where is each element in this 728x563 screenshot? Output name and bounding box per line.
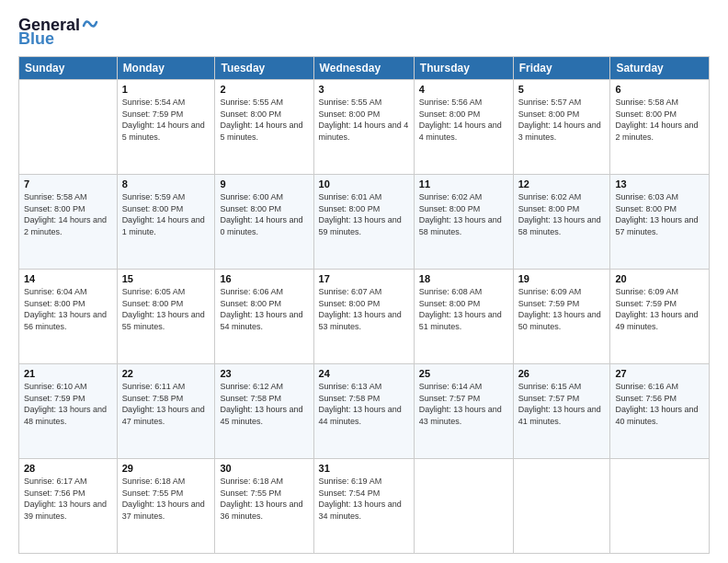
day-cell: 16Sunrise: 6:06 AMSunset: 8:00 PMDayligh… [215, 270, 313, 364]
day-cell: 31Sunrise: 6:19 AMSunset: 7:54 PMDayligh… [313, 459, 414, 554]
logo: General Blue [18, 15, 98, 49]
day-cell [610, 459, 710, 554]
weekday-header-thursday: Thursday [414, 57, 513, 80]
day-cell: 13Sunrise: 6:03 AMSunset: 8:00 PMDayligh… [610, 175, 710, 270]
day-number: 28 [24, 463, 112, 474]
day-cell: 9Sunrise: 6:00 AMSunset: 8:00 PMDaylight… [215, 175, 313, 270]
day-info: Sunrise: 6:11 AMSunset: 7:58 PMDaylight:… [122, 381, 210, 427]
day-info: Sunrise: 6:09 AMSunset: 7:59 PMDaylight:… [615, 286, 704, 332]
day-number: 22 [122, 368, 210, 379]
day-cell: 6Sunrise: 5:58 AMSunset: 8:00 PMDaylight… [610, 80, 710, 175]
day-cell: 29Sunrise: 6:18 AMSunset: 7:55 PMDayligh… [117, 459, 215, 554]
day-cell: 25Sunrise: 6:14 AMSunset: 7:57 PMDayligh… [414, 364, 513, 459]
day-number: 4 [419, 84, 508, 95]
day-cell: 23Sunrise: 6:12 AMSunset: 7:58 PMDayligh… [215, 364, 313, 459]
day-number: 26 [518, 368, 606, 379]
day-number: 27 [615, 368, 704, 379]
day-number: 14 [24, 273, 112, 284]
day-info: Sunrise: 5:56 AMSunset: 8:00 PMDaylight:… [419, 97, 508, 143]
day-info: Sunrise: 6:07 AMSunset: 8:00 PMDaylight:… [319, 286, 409, 332]
day-cell [414, 459, 513, 554]
calendar-table: SundayMondayTuesdayWednesdayThursdayFrid… [18, 56, 710, 554]
weekday-header-friday: Friday [513, 57, 610, 80]
week-row-4: 21Sunrise: 6:10 AMSunset: 7:59 PMDayligh… [19, 364, 710, 459]
header: General Blue [18, 15, 710, 49]
day-info: Sunrise: 6:18 AMSunset: 7:55 PMDaylight:… [220, 476, 308, 522]
day-cell: 27Sunrise: 6:16 AMSunset: 7:56 PMDayligh… [610, 364, 710, 459]
day-cell: 5Sunrise: 5:57 AMSunset: 8:00 PMDaylight… [513, 80, 610, 175]
day-cell: 15Sunrise: 6:05 AMSunset: 8:00 PMDayligh… [117, 270, 215, 364]
day-number: 12 [518, 178, 606, 190]
day-cell: 10Sunrise: 6:01 AMSunset: 8:00 PMDayligh… [313, 175, 414, 270]
day-cell: 26Sunrise: 6:15 AMSunset: 7:57 PMDayligh… [513, 364, 610, 459]
day-cell: 22Sunrise: 6:11 AMSunset: 7:58 PMDayligh… [117, 364, 215, 459]
day-number: 25 [419, 368, 508, 379]
day-cell: 24Sunrise: 6:13 AMSunset: 7:58 PMDayligh… [313, 364, 414, 459]
weekday-header-sunday: Sunday [19, 57, 118, 80]
day-number: 7 [24, 178, 112, 190]
day-cell: 3Sunrise: 5:55 AMSunset: 8:00 PMDaylight… [313, 80, 414, 175]
logo-wave-icon [82, 15, 98, 31]
day-number: 23 [220, 368, 308, 379]
day-number: 16 [220, 273, 308, 284]
day-number: 3 [319, 84, 409, 95]
day-info: Sunrise: 6:15 AMSunset: 7:57 PMDaylight:… [518, 381, 606, 427]
day-info: Sunrise: 5:58 AMSunset: 8:00 PMDaylight:… [615, 97, 704, 143]
weekday-header-wednesday: Wednesday [313, 57, 414, 80]
day-number: 31 [319, 463, 409, 474]
day-number: 20 [615, 273, 704, 284]
day-cell: 30Sunrise: 6:18 AMSunset: 7:55 PMDayligh… [215, 459, 313, 554]
day-info: Sunrise: 6:18 AMSunset: 7:55 PMDaylight:… [122, 476, 210, 522]
weekday-header-monday: Monday [117, 57, 215, 80]
week-row-3: 14Sunrise: 6:04 AMSunset: 8:00 PMDayligh… [19, 270, 710, 364]
weekday-header-row: SundayMondayTuesdayWednesdayThursdayFrid… [19, 57, 710, 80]
day-info: Sunrise: 5:54 AMSunset: 7:59 PMDaylight:… [122, 97, 210, 143]
day-number: 5 [518, 84, 606, 95]
day-number: 21 [24, 368, 112, 379]
day-number: 11 [419, 178, 508, 190]
day-cell: 8Sunrise: 5:59 AMSunset: 8:00 PMDaylight… [117, 175, 215, 270]
day-cell: 11Sunrise: 6:02 AMSunset: 8:00 PMDayligh… [414, 175, 513, 270]
day-info: Sunrise: 6:03 AMSunset: 8:00 PMDaylight:… [615, 191, 704, 237]
day-cell: 21Sunrise: 6:10 AMSunset: 7:59 PMDayligh… [19, 364, 118, 459]
day-number: 13 [615, 178, 704, 190]
day-number: 10 [319, 178, 409, 190]
week-row-5: 28Sunrise: 6:17 AMSunset: 7:56 PMDayligh… [19, 459, 710, 554]
day-info: Sunrise: 6:13 AMSunset: 7:58 PMDaylight:… [319, 381, 409, 427]
day-info: Sunrise: 5:57 AMSunset: 8:00 PMDaylight:… [518, 97, 606, 143]
day-info: Sunrise: 6:04 AMSunset: 8:00 PMDaylight:… [24, 286, 112, 332]
day-number: 29 [122, 463, 210, 474]
page: General Blue SundayMondayTuesdayWednesda… [0, 0, 728, 563]
logo-blue: Blue [18, 29, 54, 49]
day-info: Sunrise: 6:01 AMSunset: 8:00 PMDaylight:… [319, 191, 409, 237]
day-info: Sunrise: 5:58 AMSunset: 8:00 PMDaylight:… [24, 191, 112, 237]
day-cell: 7Sunrise: 5:58 AMSunset: 8:00 PMDaylight… [19, 175, 118, 270]
day-number: 18 [419, 273, 508, 284]
day-info: Sunrise: 6:06 AMSunset: 8:00 PMDaylight:… [220, 286, 308, 332]
day-info: Sunrise: 6:16 AMSunset: 7:56 PMDaylight:… [615, 381, 704, 427]
day-info: Sunrise: 6:10 AMSunset: 7:59 PMDaylight:… [24, 381, 112, 427]
day-cell: 19Sunrise: 6:09 AMSunset: 7:59 PMDayligh… [513, 270, 610, 364]
day-number: 9 [220, 178, 308, 190]
week-row-1: 1Sunrise: 5:54 AMSunset: 7:59 PMDaylight… [19, 80, 710, 175]
day-number: 24 [319, 368, 409, 379]
day-number: 1 [122, 84, 210, 95]
weekday-header-tuesday: Tuesday [215, 57, 313, 80]
day-number: 2 [220, 84, 308, 95]
day-cell [19, 80, 118, 175]
day-info: Sunrise: 5:55 AMSunset: 8:00 PMDaylight:… [319, 97, 409, 143]
day-cell: 17Sunrise: 6:07 AMSunset: 8:00 PMDayligh… [313, 270, 414, 364]
day-info: Sunrise: 6:02 AMSunset: 8:00 PMDaylight:… [518, 191, 606, 237]
day-info: Sunrise: 6:14 AMSunset: 7:57 PMDaylight:… [419, 381, 508, 427]
day-cell: 12Sunrise: 6:02 AMSunset: 8:00 PMDayligh… [513, 175, 610, 270]
day-info: Sunrise: 6:09 AMSunset: 7:59 PMDaylight:… [518, 286, 606, 332]
day-info: Sunrise: 6:05 AMSunset: 8:00 PMDaylight:… [122, 286, 210, 332]
day-number: 19 [518, 273, 606, 284]
day-number: 30 [220, 463, 308, 474]
day-info: Sunrise: 5:59 AMSunset: 8:00 PMDaylight:… [122, 191, 210, 237]
day-cell: 20Sunrise: 6:09 AMSunset: 7:59 PMDayligh… [610, 270, 710, 364]
day-cell: 2Sunrise: 5:55 AMSunset: 8:00 PMDaylight… [215, 80, 313, 175]
day-cell: 1Sunrise: 5:54 AMSunset: 7:59 PMDaylight… [117, 80, 215, 175]
day-cell: 18Sunrise: 6:08 AMSunset: 8:00 PMDayligh… [414, 270, 513, 364]
weekday-header-saturday: Saturday [610, 57, 710, 80]
